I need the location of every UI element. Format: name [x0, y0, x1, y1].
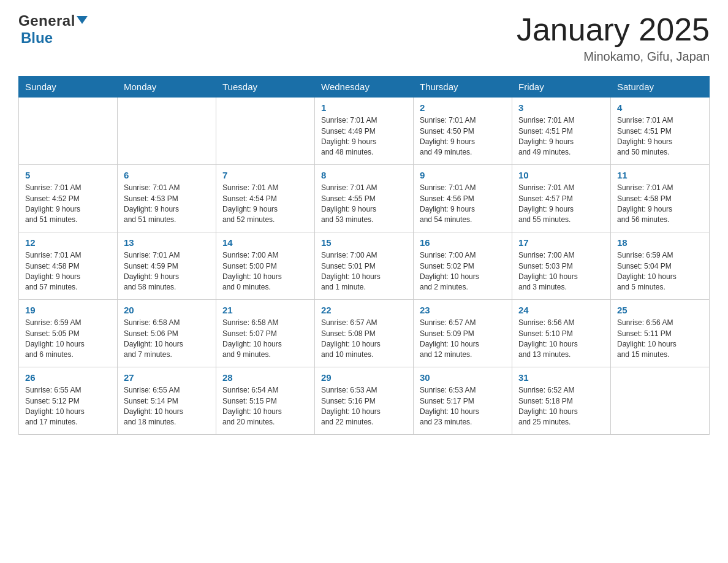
calendar-cell: 4Sunrise: 7:01 AM Sunset: 4:51 PM Daylig… — [611, 98, 710, 165]
day-number: 24 — [518, 305, 604, 315]
calendar-cell: 29Sunrise: 6:53 AM Sunset: 5:16 PM Dayli… — [315, 367, 414, 435]
day-number: 10 — [518, 170, 604, 180]
calendar-cell: 30Sunrise: 6:53 AM Sunset: 5:17 PM Dayli… — [414, 367, 512, 435]
day-info: Sunrise: 7:01 AM Sunset: 4:52 PM Dayligh… — [25, 183, 111, 226]
calendar-cell — [611, 367, 710, 435]
logo-blue-text: Blue — [21, 29, 53, 46]
calendar-cell: 9Sunrise: 7:01 AM Sunset: 4:56 PM Daylig… — [414, 165, 512, 232]
calendar-cell: 27Sunrise: 6:55 AM Sunset: 5:14 PM Dayli… — [118, 367, 216, 435]
calendar-cell: 15Sunrise: 7:00 AM Sunset: 5:01 PM Dayli… — [315, 232, 414, 300]
calendar-cell: 20Sunrise: 6:58 AM Sunset: 5:06 PM Dayli… — [118, 300, 216, 367]
day-number: 2 — [420, 102, 506, 113]
calendar-cell: 12Sunrise: 7:01 AM Sunset: 4:58 PM Dayli… — [19, 232, 118, 300]
day-number: 9 — [420, 170, 506, 180]
day-info: Sunrise: 6:59 AM Sunset: 5:04 PM Dayligh… — [617, 250, 703, 293]
day-number: 8 — [321, 170, 407, 180]
calendar-cell: 17Sunrise: 7:00 AM Sunset: 5:03 PM Dayli… — [512, 232, 611, 300]
day-info: Sunrise: 7:00 AM Sunset: 5:02 PM Dayligh… — [420, 250, 506, 293]
day-number: 21 — [222, 305, 308, 315]
day-info: Sunrise: 7:01 AM Sunset: 4:50 PM Dayligh… — [420, 115, 506, 158]
calendar-cell: 8Sunrise: 7:01 AM Sunset: 4:55 PM Daylig… — [315, 165, 414, 232]
day-number: 14 — [222, 237, 308, 248]
week-row-1: 1Sunrise: 7:01 AM Sunset: 4:49 PM Daylig… — [19, 98, 710, 165]
day-number: 12 — [25, 237, 111, 248]
calendar-body: 1Sunrise: 7:01 AM Sunset: 4:49 PM Daylig… — [19, 98, 710, 435]
day-number: 25 — [617, 305, 703, 315]
day-number: 15 — [321, 237, 407, 248]
day-info: Sunrise: 7:01 AM Sunset: 4:56 PM Dayligh… — [420, 183, 506, 226]
day-number: 19 — [25, 305, 111, 315]
day-info: Sunrise: 6:56 AM Sunset: 5:10 PM Dayligh… — [518, 318, 604, 361]
calendar-cell — [216, 98, 315, 165]
calendar-cell: 26Sunrise: 6:55 AM Sunset: 5:12 PM Dayli… — [19, 367, 118, 435]
logo-general-text: General — [18, 12, 75, 29]
day-number: 5 — [25, 170, 111, 180]
day-info: Sunrise: 6:53 AM Sunset: 5:17 PM Dayligh… — [420, 385, 506, 428]
day-info: Sunrise: 7:01 AM Sunset: 4:58 PM Dayligh… — [25, 250, 111, 293]
day-info: Sunrise: 6:58 AM Sunset: 5:07 PM Dayligh… — [222, 318, 308, 361]
day-info: Sunrise: 7:01 AM Sunset: 4:59 PM Dayligh… — [124, 250, 210, 293]
day-info: Sunrise: 6:52 AM Sunset: 5:18 PM Dayligh… — [518, 385, 604, 428]
week-row-3: 12Sunrise: 7:01 AM Sunset: 4:58 PM Dayli… — [19, 232, 710, 300]
week-row-5: 26Sunrise: 6:55 AM Sunset: 5:12 PM Dayli… — [19, 367, 710, 435]
calendar-cell: 13Sunrise: 7:01 AM Sunset: 4:59 PM Dayli… — [118, 232, 216, 300]
calendar-cell: 10Sunrise: 7:01 AM Sunset: 4:57 PM Dayli… — [512, 165, 611, 232]
day-number: 18 — [617, 237, 703, 248]
day-info: Sunrise: 6:55 AM Sunset: 5:12 PM Dayligh… — [25, 385, 111, 428]
day-number: 3 — [518, 102, 604, 113]
calendar-cell: 19Sunrise: 6:59 AM Sunset: 5:05 PM Dayli… — [19, 300, 118, 367]
calendar-cell: 11Sunrise: 7:01 AM Sunset: 4:58 PM Dayli… — [611, 165, 710, 232]
day-info: Sunrise: 7:01 AM Sunset: 4:58 PM Dayligh… — [617, 183, 703, 226]
calendar-cell: 1Sunrise: 7:01 AM Sunset: 4:49 PM Daylig… — [315, 98, 414, 165]
day-of-week-monday: Monday — [118, 77, 216, 98]
calendar-cell: 18Sunrise: 6:59 AM Sunset: 5:04 PM Dayli… — [611, 232, 710, 300]
logo-arrow-icon — [77, 16, 88, 24]
calendar-table: SundayMondayTuesdayWednesdayThursdayFrid… — [18, 76, 710, 435]
day-number: 4 — [617, 102, 703, 113]
week-row-2: 5Sunrise: 7:01 AM Sunset: 4:52 PM Daylig… — [19, 165, 710, 232]
day-number: 16 — [420, 237, 506, 248]
day-number: 22 — [321, 305, 407, 315]
day-info: Sunrise: 6:57 AM Sunset: 5:08 PM Dayligh… — [321, 318, 407, 361]
calendar-cell: 5Sunrise: 7:01 AM Sunset: 4:52 PM Daylig… — [19, 165, 118, 232]
calendar-title: January 2025 — [517, 12, 710, 47]
calendar-cell: 21Sunrise: 6:58 AM Sunset: 5:07 PM Dayli… — [216, 300, 315, 367]
calendar-cell: 14Sunrise: 7:00 AM Sunset: 5:00 PM Dayli… — [216, 232, 315, 300]
calendar-cell: 2Sunrise: 7:01 AM Sunset: 4:50 PM Daylig… — [414, 98, 512, 165]
title-section: January 2025 Minokamo, Gifu, Japan — [517, 12, 710, 64]
day-info: Sunrise: 7:00 AM Sunset: 5:03 PM Dayligh… — [518, 250, 604, 293]
day-number: 23 — [420, 305, 506, 315]
day-info: Sunrise: 7:00 AM Sunset: 5:00 PM Dayligh… — [222, 250, 308, 293]
day-info: Sunrise: 7:01 AM Sunset: 4:55 PM Dayligh… — [321, 183, 407, 226]
day-number: 6 — [124, 170, 210, 180]
day-of-week-saturday: Saturday — [611, 77, 710, 98]
calendar-cell: 7Sunrise: 7:01 AM Sunset: 4:54 PM Daylig… — [216, 165, 315, 232]
page-header: General Blue January 2025 Minokamo, Gifu… — [18, 12, 710, 64]
calendar-cell: 6Sunrise: 7:01 AM Sunset: 4:53 PM Daylig… — [118, 165, 216, 232]
day-number: 11 — [617, 170, 703, 180]
day-info: Sunrise: 6:53 AM Sunset: 5:16 PM Dayligh… — [321, 385, 407, 428]
calendar-cell — [118, 98, 216, 165]
day-info: Sunrise: 6:57 AM Sunset: 5:09 PM Dayligh… — [420, 318, 506, 361]
days-of-week-row: SundayMondayTuesdayWednesdayThursdayFrid… — [19, 77, 710, 98]
logo: General Blue — [18, 12, 88, 47]
calendar-cell — [19, 98, 118, 165]
day-of-week-sunday: Sunday — [19, 77, 118, 98]
calendar-cell: 3Sunrise: 7:01 AM Sunset: 4:51 PM Daylig… — [512, 98, 611, 165]
day-info: Sunrise: 7:00 AM Sunset: 5:01 PM Dayligh… — [321, 250, 407, 293]
calendar-header: SundayMondayTuesdayWednesdayThursdayFrid… — [19, 77, 710, 98]
day-number: 17 — [518, 237, 604, 248]
day-info: Sunrise: 6:58 AM Sunset: 5:06 PM Dayligh… — [124, 318, 210, 361]
day-of-week-thursday: Thursday — [414, 77, 512, 98]
day-number: 1 — [321, 102, 407, 113]
day-number: 13 — [124, 237, 210, 248]
calendar-cell: 23Sunrise: 6:57 AM Sunset: 5:09 PM Dayli… — [414, 300, 512, 367]
day-info: Sunrise: 6:55 AM Sunset: 5:14 PM Dayligh… — [124, 385, 210, 428]
day-number: 7 — [222, 170, 308, 180]
calendar-cell: 25Sunrise: 6:56 AM Sunset: 5:11 PM Dayli… — [611, 300, 710, 367]
day-number: 26 — [25, 372, 111, 383]
day-info: Sunrise: 6:59 AM Sunset: 5:05 PM Dayligh… — [25, 318, 111, 361]
day-info: Sunrise: 7:01 AM Sunset: 4:57 PM Dayligh… — [518, 183, 604, 226]
day-info: Sunrise: 7:01 AM Sunset: 4:54 PM Dayligh… — [222, 183, 308, 226]
calendar-subtitle: Minokamo, Gifu, Japan — [517, 50, 710, 64]
